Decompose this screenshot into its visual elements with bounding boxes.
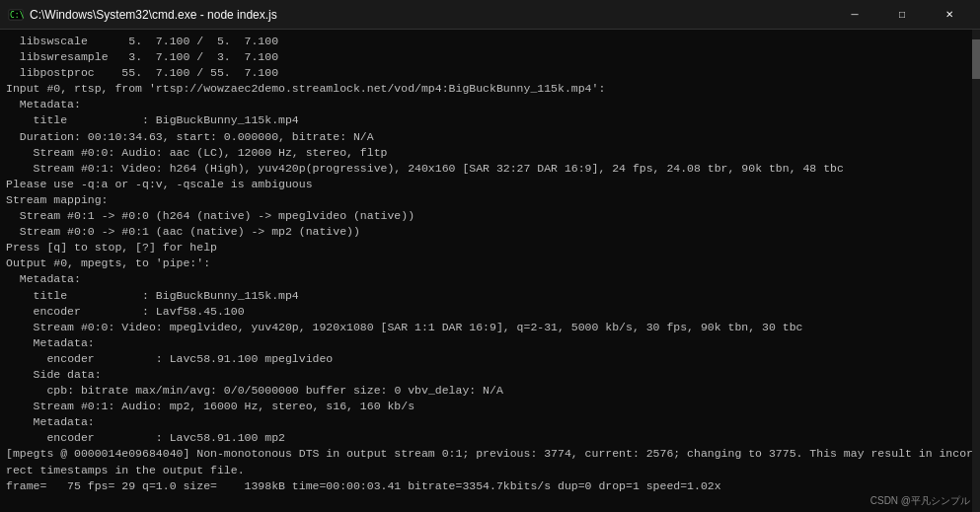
terminal-line-21: Side data: xyxy=(6,368,102,381)
minimize-button[interactable]: ─ xyxy=(832,0,877,30)
terminal-line-27: frame= 75 fps= 29 q=1.0 size= 1398kB tim… xyxy=(6,479,721,492)
window-controls: ─ □ ✕ xyxy=(832,0,972,30)
terminal-line-15: Metadata: xyxy=(6,272,81,285)
terminal-line-0: libswscale 5. 7.100 / 5. 7.100 xyxy=(6,35,278,47)
terminal-line-25: encoder : Lavc58.91.100 mp2 xyxy=(6,431,285,444)
terminal-line-8: Stream #0:1: Video: h264 (High), yuv420p… xyxy=(6,162,844,175)
terminal-line-13: Press [q] to stop, [?] for help xyxy=(6,241,217,254)
terminal-line-10: Stream mapping: xyxy=(6,193,109,206)
terminal-line-14: Output #0, mpegts, to 'pipe:': xyxy=(6,256,210,269)
terminal-line-7: Stream #0:0: Audio: aac (LC), 12000 Hz, … xyxy=(6,146,387,159)
terminal-body: libswscale 5. 7.100 / 5. 7.100 libswresa… xyxy=(0,30,980,512)
window: C:\ C:\Windows\System32\cmd.exe - node i… xyxy=(0,0,980,512)
terminal-line-24: Metadata: xyxy=(6,415,95,428)
terminal-line-26: [mpegts @ 0000014e09684040] Non-monotono… xyxy=(6,447,973,475)
terminal-line-19: Metadata: xyxy=(6,336,95,349)
terminal-line-18: Stream #0:0: Video: mpeglvideo, yuv420p,… xyxy=(6,321,802,333)
maximize-button[interactable]: □ xyxy=(879,0,925,30)
terminal-content: libswscale 5. 7.100 / 5. 7.100 libswresa… xyxy=(6,34,974,508)
scrollbar-thumb[interactable] xyxy=(972,39,980,79)
terminal-line-3: Input #0, rtsp, from 'rtsp://wowzaec2dem… xyxy=(6,82,605,95)
title-bar: C:\ C:\Windows\System32\cmd.exe - node i… xyxy=(0,0,980,30)
terminal-line-6: Duration: 00:10:34.63, start: 0.000000, … xyxy=(6,130,374,143)
terminal-line-9: Please use -q:a or -q:v, -qscale is ambi… xyxy=(6,178,313,190)
title-bar-text: C:\Windows\System32\cmd.exe - node index… xyxy=(30,8,832,22)
svg-text:C:\: C:\ xyxy=(10,11,24,20)
terminal-line-23: Stream #0:1: Audio: mp2, 16000 Hz, stere… xyxy=(6,400,415,412)
close-button[interactable]: ✕ xyxy=(927,0,972,30)
terminal-line-2: libpostproc 55. 7.100 / 55. 7.100 xyxy=(6,66,278,79)
terminal-line-22: cpb: bitrate max/min/avg: 0/0/5000000 bu… xyxy=(6,384,503,397)
terminal-line-4: Metadata: xyxy=(6,98,81,110)
terminal-line-11: Stream #0:1 -> #0:0 (h264 (native) -> mp… xyxy=(6,209,415,222)
terminal-line-5: title : BigBuckBunny_115k.mp4 xyxy=(6,113,299,126)
cmd-icon: C:\ xyxy=(8,7,24,23)
terminal-line-20: encoder : Lavc58.91.100 mpeglvideo xyxy=(6,352,333,365)
watermark: CSDN @平凡シンプル xyxy=(870,494,970,508)
terminal-line-17: encoder : Lavf58.45.100 xyxy=(6,305,245,318)
terminal-line-16: title : BigBuckBunny_115k.mp4 xyxy=(6,289,299,302)
terminal-line-1: libswresample 3. 7.100 / 3. 7.100 xyxy=(6,50,278,63)
scrollbar[interactable] xyxy=(972,30,980,512)
terminal-line-12: Stream #0:0 -> #0:1 (aac (native) -> mp2… xyxy=(6,225,360,238)
